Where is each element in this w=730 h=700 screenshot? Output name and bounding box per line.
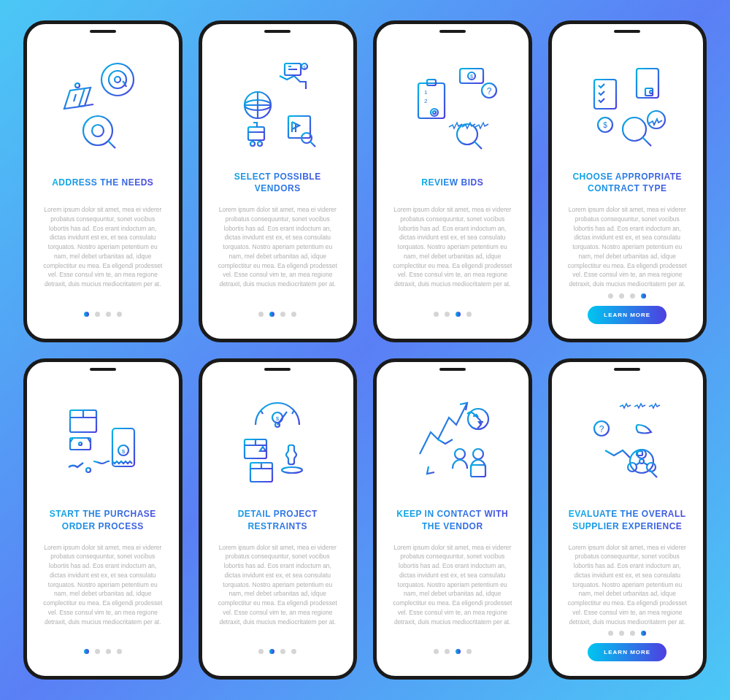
page-indicator[interactable]: [608, 631, 646, 636]
svg-line-44: [642, 137, 651, 146]
svg-point-26: [433, 111, 436, 114]
card-body: Lorem ipsum dolor sit amet, mea ei vider…: [387, 543, 518, 650]
illustration-purchase-order-icon: $: [48, 388, 158, 498]
svg-rect-47: [70, 438, 91, 450]
phone-card-0: ADDRESS THE NEEDS Lorem ipsum dolor sit …: [23, 20, 182, 342]
card-body: Lorem ipsum dolor sit amet, mea ei vider…: [37, 543, 169, 650]
learn-more-button[interactable]: LEARN MORE: [588, 643, 666, 661]
card-body: Lorem ipsum dolor sit amet, mea ei vider…: [387, 205, 518, 312]
card-title: START THE PURCHASE ORDER PROCESS: [37, 508, 169, 533]
svg-point-7: [75, 83, 80, 88]
card-body: Lorem ipsum dolor sit amet, mea ei vider…: [212, 543, 344, 650]
card-body: Lorem ipsum dolor sit amet, mea ei vider…: [212, 205, 344, 312]
dot: [466, 649, 472, 654]
svg-text:2: 2: [424, 98, 428, 104]
dot: [117, 312, 122, 317]
svg-rect-70: [471, 465, 485, 477]
card-title: REVIEW BIDS: [418, 170, 486, 195]
dot: [95, 312, 100, 317]
phone-card-4: $ START THE PURCHASE ORDER PROCESS Lorem…: [23, 358, 182, 680]
svg-text:?: ?: [599, 424, 604, 434]
illustration-review-bids-icon: 12$?: [398, 50, 507, 160]
card-title: CHOOSE APPROPRIATE CONTRACT TYPE: [562, 170, 694, 195]
page-indicator[interactable]: [258, 312, 296, 317]
svg-point-2: [115, 77, 120, 82]
dot: [608, 631, 613, 636]
illustration-vendor-contact-icon: [398, 388, 507, 498]
dot: [456, 649, 461, 654]
card-title: EVALUATE THE OVERALL SUPPLIER EXPERIENCE: [562, 508, 694, 533]
phone-card-2: 12$? REVIEW BIDS Lorem ipsum dolor sit a…: [373, 20, 532, 342]
card-title: SELECT POSSIBLE VENDORS: [212, 170, 344, 195]
dot: [269, 312, 274, 317]
dot: [445, 649, 450, 654]
svg-text:1: 1: [424, 89, 428, 96]
svg-line-6: [74, 94, 76, 101]
dot: [106, 649, 111, 654]
svg-text:$: $: [122, 448, 126, 455]
dot: [291, 649, 296, 654]
card-body: Lorem ipsum dolor sit amet, mea ei vider…: [562, 205, 694, 293]
dot: [445, 312, 450, 317]
phone-card-6: KEEP IN CONTACT WITH THE VENDOR Lorem ip…: [373, 358, 532, 680]
dot: [84, 649, 89, 654]
svg-text:$: $: [470, 74, 473, 79]
svg-text:?: ?: [486, 86, 491, 96]
dot: [619, 293, 624, 299]
svg-point-48: [79, 442, 82, 445]
dot: [258, 649, 264, 654]
dot: [434, 649, 439, 654]
svg-point-66: [282, 467, 302, 473]
dot: [608, 293, 613, 299]
svg-point-40: [650, 91, 653, 93]
card-body: Lorem ipsum dolor sit amet, mea ei vider…: [37, 205, 169, 312]
dot: [117, 649, 122, 654]
svg-text:$: $: [276, 415, 280, 422]
svg-line-12: [310, 142, 315, 147]
svg-point-15: [258, 142, 262, 146]
dot: [466, 312, 472, 317]
dot: [630, 631, 635, 636]
illustration-contract-type-icon: $: [572, 50, 682, 160]
illustration-select-vendors-icon: $: [223, 50, 332, 160]
dot: [641, 293, 646, 299]
page-indicator[interactable]: [608, 293, 646, 299]
dot: [456, 312, 461, 317]
svg-point-68: [455, 449, 465, 459]
svg-line-33: [474, 142, 482, 149]
illustration-address-needs-icon: [48, 50, 158, 160]
page-indicator[interactable]: [434, 312, 472, 317]
svg-rect-34: [594, 80, 616, 109]
learn-more-button[interactable]: LEARN MORE: [588, 306, 666, 324]
card-title: DETAIL PROJECT RESTRAINTS: [212, 508, 344, 533]
phone-card-5: $ DETAIL PROJECT RESTRAINTS Lorem ipsum …: [199, 358, 358, 680]
dot: [258, 312, 264, 317]
page-indicator[interactable]: [434, 649, 472, 654]
dot: [269, 649, 274, 654]
illustration-project-restraints-icon: $: [223, 388, 332, 498]
svg-point-54: [86, 468, 91, 472]
dot: [280, 312, 285, 317]
svg-point-14: [250, 142, 255, 146]
svg-point-25: [431, 109, 438, 116]
svg-text:$: $: [603, 121, 607, 129]
dot: [84, 312, 89, 317]
svg-line-80: [644, 463, 648, 465]
phone-card-7: ? EVALUATE THE OVERALL SUPPLIER EXPERIEN…: [548, 358, 707, 680]
illustration-supplier-experience-icon: ?: [572, 388, 682, 498]
dot: [280, 649, 285, 654]
phone-card-3: $ CHOOSE APPROPRIATE CONTRACT TYPE Lorem…: [548, 20, 707, 342]
phone-grid: ADDRESS THE NEEDS Lorem ipsum dolor sit …: [23, 20, 707, 680]
svg-line-79: [636, 463, 639, 465]
page-indicator[interactable]: [84, 649, 122, 654]
phone-card-1: $ SELECT POSSIBLE VENDORS Lorem ipsum do…: [199, 20, 358, 342]
page-indicator[interactable]: [258, 649, 296, 654]
card-title: KEEP IN CONTACT WITH THE VENDOR: [387, 508, 518, 533]
page-indicator[interactable]: [84, 312, 122, 317]
svg-point-1: [109, 71, 126, 88]
dot: [95, 649, 100, 654]
card-body: Lorem ipsum dolor sit amet, mea ei vider…: [562, 543, 694, 631]
svg-point-77: [639, 459, 644, 464]
svg-line-60: [261, 410, 263, 414]
svg-point-0: [101, 64, 134, 96]
